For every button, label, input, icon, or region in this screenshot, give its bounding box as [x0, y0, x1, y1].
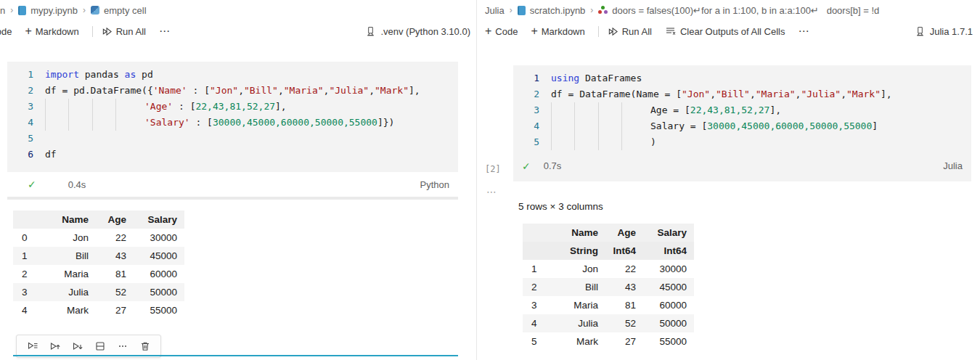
- kernel-picker[interactable]: Julia 1.7.1: [915, 26, 973, 37]
- table-header-row: NameAgeSalary: [523, 224, 694, 242]
- table-row: 2Maria8160000: [13, 265, 184, 283]
- python-notebook-pane: n › mypy.ipynb › empty cell + Code + Mar…: [0, 0, 476, 360]
- notebook-file-icon: [18, 6, 26, 15]
- python-code-cell-editor[interactable]: 1import pandas as pd2df = pd.DataFrame({…: [7, 62, 458, 172]
- breadcrumb: Julia › scratch.ipynb › doors = falses(1…: [485, 2, 979, 18]
- code-line[interactable]: 1import pandas as pd: [7, 67, 458, 83]
- code-line[interactable]: 3 Age = [22,43,81,52,27],: [513, 102, 971, 118]
- breadcrumb-cell[interactable]: empty cell: [104, 5, 147, 16]
- success-check-icon: ✓: [28, 179, 36, 190]
- table-row: 4Mark2755000: [13, 301, 184, 319]
- table-row: 5Mark2755000: [523, 332, 694, 351]
- execute-above-cells-icon[interactable]: [44, 337, 66, 356]
- table-row: 3Maria8160000: [523, 296, 694, 314]
- plus-icon: +: [485, 26, 491, 36]
- success-check-icon: ✓: [522, 160, 531, 172]
- line-number: 4: [513, 118, 551, 134]
- table-row: 1Jon2230000: [523, 260, 694, 278]
- run-all-icon: [102, 26, 113, 37]
- run-by-line-icon[interactable]: [21, 337, 44, 356]
- add-code-cell-button[interactable]: + Code: [485, 26, 518, 37]
- code-line[interactable]: 3 'Age' : [22,43,81,52,27],: [7, 99, 458, 115]
- code-line[interactable]: 4 'Salary' : [30000,45000,60000,50000,55…: [7, 115, 458, 131]
- execute-cell-and-below-icon[interactable]: [66, 337, 89, 356]
- more-actions-button[interactable]: ⋯: [798, 25, 809, 38]
- split-cell-icon[interactable]: [89, 337, 111, 356]
- plus-icon: +: [531, 26, 537, 36]
- julia-dataframe-output: NameAgeSalaryStringInt64Int641Jon2230000…: [523, 224, 694, 351]
- breadcrumb-folder-fragment[interactable]: n: [0, 5, 5, 16]
- cell-language-picker[interactable]: Python: [420, 179, 449, 190]
- plus-icon: +: [25, 26, 31, 36]
- line-number: 1: [513, 70, 551, 86]
- table-header-row: StringInt64Int64: [523, 242, 694, 260]
- focused-cell-top-border: [13, 355, 458, 356]
- add-code-cell-button[interactable]: + Code: [0, 26, 12, 37]
- breadcrumb-cell[interactable]: doors = falses(100)↵for a in 1:100, b in…: [612, 5, 879, 16]
- breadcrumb-file[interactable]: mypy.ipynb: [30, 5, 78, 16]
- table-row: 3Julia5250000: [13, 283, 184, 301]
- kernel-picker[interactable]: .venv (Python 3.10.0): [365, 26, 470, 37]
- chevron-right-icon: ›: [510, 5, 513, 15]
- add-markdown-cell-button[interactable]: + Markdown: [531, 26, 584, 37]
- code-line[interactable]: 5: [7, 131, 458, 147]
- cell-status-bar: ✓ 0.4s Python: [7, 172, 458, 197]
- code-line[interactable]: 1using DataFrames: [513, 70, 971, 86]
- clear-outputs-button[interactable]: Clear Outputs of All Cells: [665, 25, 785, 37]
- kernel-icon: [915, 26, 926, 37]
- julia-code-cell: 1using DataFrames2df = DataFrame(Name = …: [513, 65, 971, 181]
- delete-cell-icon[interactable]: [134, 337, 156, 356]
- toolbar-divider: [92, 26, 93, 37]
- line-number: 2: [513, 86, 551, 102]
- notebook-toolbar: + Code + Markdown Run All ⋯ .venv (Pytho…: [0, 20, 476, 42]
- line-number: 2: [7, 83, 45, 99]
- breadcrumb: n › mypy.ipynb › empty cell: [0, 2, 147, 18]
- line-number: 1: [7, 67, 45, 83]
- code-line[interactable]: 2df = DataFrame(Name = ["Jon","Bill","Ma…: [513, 86, 971, 102]
- code-line[interactable]: 2df = pd.DataFrame({'Name' : ["Jon","Bil…: [7, 83, 458, 99]
- line-number: 4: [7, 115, 45, 131]
- code-line[interactable]: 5 ): [513, 134, 971, 150]
- execution-time: 0.4s: [68, 179, 86, 190]
- code-line[interactable]: 6df: [7, 147, 458, 163]
- execution-count: [2]: [485, 164, 507, 174]
- table-header-row: NameAgeSalary: [13, 210, 184, 229]
- run-all-icon: [608, 26, 618, 37]
- pandas-dataframe-output: NameAgeSalary0Jon22300001Bill43450002Mar…: [13, 210, 184, 319]
- clear-outputs-icon: [665, 25, 677, 37]
- kernel-icon: [365, 26, 376, 37]
- line-number: 3: [7, 99, 45, 115]
- julia-code-cell-editor[interactable]: 1using DataFrames2df = DataFrame(Name = …: [513, 65, 971, 150]
- breadcrumb-folder[interactable]: Julia: [485, 5, 505, 16]
- dataframe-summary: 5 rows × 3 columns: [518, 201, 603, 212]
- more-actions-button[interactable]: ⋯: [159, 25, 171, 38]
- notebook-toolbar: + Code + Markdown Run All Clear Outputs …: [485, 20, 979, 42]
- execution-time: 0.7s: [544, 160, 562, 171]
- cell-status-bar: ✓ 0.7s Julia: [513, 150, 971, 181]
- line-number: 3: [513, 102, 551, 118]
- table-row: 4Julia5250000: [523, 314, 694, 332]
- horizontal-scrollbar[interactable]: [7, 197, 458, 200]
- table-row: 2Bill4345000: [523, 278, 694, 296]
- table-row: 0Jon2230000: [13, 229, 184, 247]
- output-more-actions-icon[interactable]: ⋯: [486, 186, 497, 197]
- more-actions-icon[interactable]: [111, 337, 134, 356]
- code-line[interactable]: 4 Salary = [30000,45000,60000,50000,5500…: [513, 118, 971, 134]
- chevron-right-icon: ›: [590, 5, 593, 15]
- run-all-button[interactable]: Run All: [608, 26, 652, 37]
- line-number: 5: [513, 134, 551, 150]
- add-markdown-cell-button[interactable]: + Markdown: [25, 26, 78, 37]
- line-number: 5: [7, 131, 45, 147]
- line-number: 6: [7, 147, 45, 163]
- python-logo-icon: [91, 6, 99, 15]
- cell-language-picker[interactable]: Julia: [943, 160, 963, 171]
- run-all-button[interactable]: Run All: [102, 26, 146, 37]
- chevron-right-icon: ›: [83, 5, 86, 15]
- notebook-file-icon: [518, 6, 526, 15]
- table-row: 1Bill4345000: [13, 247, 184, 265]
- toolbar-divider: [598, 26, 599, 37]
- chevron-right-icon: ›: [10, 5, 13, 15]
- julia-logo-icon: [598, 6, 608, 15]
- breadcrumb-file[interactable]: scratch.ipynb: [530, 5, 586, 16]
